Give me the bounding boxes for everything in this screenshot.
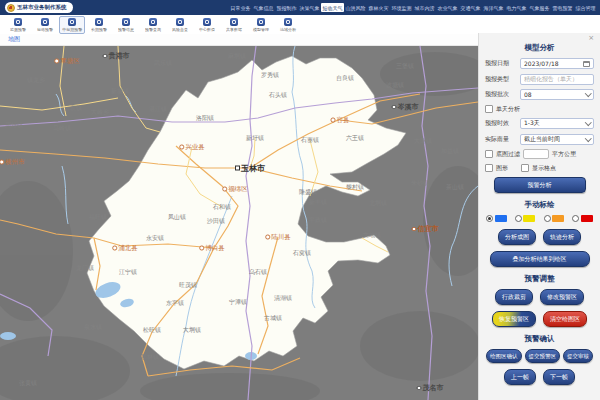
map-place-label: 马岭镇 (53, 124, 71, 133)
map-place-label: 文地镇 (363, 231, 381, 240)
draw-action-button[interactable]: 分析成图 (498, 229, 536, 245)
actual-rain-select[interactable]: 截止当前时间 (520, 134, 594, 145)
map-place-label: 兴业县 (179, 143, 205, 152)
map-place-label: 那林镇 (141, 353, 159, 362)
map-place-label: 覃塘区 (54, 57, 80, 66)
nav-item[interactable]: 短临天气 (321, 3, 344, 12)
adjust-action-button[interactable]: 清空绘图区 (543, 311, 587, 327)
map-place-label: 大垌镇 (183, 326, 201, 335)
draw-buttons: 分析成图轨迹分析 (485, 229, 594, 245)
map-place-label: 北垌镇 (369, 199, 387, 208)
single-day-label: 单天分析 (496, 105, 520, 114)
filter-area-input[interactable] (523, 149, 549, 159)
confirm-action-button[interactable]: 绘图区确认 (486, 349, 522, 363)
draw-color-radio[interactable] (572, 215, 593, 222)
close-icon[interactable]: × (485, 35, 594, 42)
place-marker-icon (222, 187, 227, 192)
nav-item[interactable]: 城市内涝 (413, 3, 436, 12)
nav-item[interactable]: 气象服务 (528, 3, 551, 12)
map-place-label: 陆川县 (265, 233, 291, 242)
color-swatch (581, 215, 593, 222)
display-options-row: 图形 显示格点 (485, 164, 594, 173)
toolbar-item[interactable]: 监测预警 (5, 16, 31, 34)
place-marker-icon (0, 160, 4, 165)
overlay-result-button[interactable]: 叠加分析结果到绘区 (490, 251, 590, 267)
grid-checkbox[interactable] (521, 164, 529, 172)
map-place-label: 朱砂镇 (411, 179, 429, 188)
forecast-batch-select[interactable]: 08 (520, 89, 594, 100)
forecast-type-input[interactable]: 精细化报告（单天） (520, 74, 594, 85)
color-swatch (495, 215, 507, 222)
adjust-action-button[interactable]: 行政裁剪 (495, 289, 533, 305)
toolbar-item[interactable]: 预警信息 (113, 16, 139, 34)
toolbar-item[interactable]: 中短期预警 (59, 16, 85, 34)
map-place-label: 沙田镇 (207, 217, 225, 226)
toolbar-item-label: 中心数值 (199, 27, 215, 31)
map-place-label: 湛江镇 (149, 105, 167, 114)
toolbar-item[interactable]: 短临预警 (32, 16, 58, 34)
nav-item[interactable]: 预报制作 (275, 3, 298, 12)
nav-item[interactable]: 环境监测 (390, 3, 413, 12)
nav-item[interactable]: 电力气象 (505, 3, 528, 12)
toolbar-item[interactable]: 预警查询 (140, 16, 166, 34)
app-logo-icon (7, 4, 15, 12)
nav-item[interactable]: 气象信息 (252, 3, 275, 12)
filter-unit-label: 平方公里 (552, 150, 576, 159)
nav-item[interactable]: 日常业务 (229, 3, 252, 12)
map-place-label: 隆盛镇 (299, 188, 317, 197)
toolbar-item[interactable]: 模型管理 (248, 16, 274, 34)
forecast-period-value: 1-3天 (524, 119, 540, 128)
toolbar-item[interactable]: 长期预警 (86, 16, 112, 34)
map-place-label: 周圩镇 (5, 121, 23, 130)
panel-title-draw: 手动标绘 (485, 200, 594, 210)
forecast-type-label: 预报类型 (485, 75, 517, 84)
frame-nav-button[interactable]: 下一帧 (543, 369, 575, 385)
nav-item[interactable]: 山洪风险 (344, 3, 367, 12)
confirm-buttons: 绘图区确认提交预警区提交审核 (485, 349, 594, 363)
nav-item[interactable]: 决策气象 (298, 3, 321, 12)
module-icon (230, 18, 238, 26)
forecast-date-value: 2023/07/18 (524, 60, 559, 67)
forecast-type-placeholder: 精细化报告（单天） (524, 75, 578, 84)
breadcrumb-label[interactable]: 地图 (8, 35, 20, 44)
draw-action-button[interactable]: 轨迹分析 (543, 229, 581, 245)
adjust-action-button[interactable]: 修改预警区 (540, 289, 584, 305)
map-place-label: 新圩镇 (246, 134, 264, 143)
adjust-action-button[interactable]: 恢复预警区 (492, 311, 536, 327)
map-place-label: 凤山镇 (168, 213, 186, 222)
frame-nav-button[interactable]: 上一帧 (504, 369, 536, 385)
toolbar-item[interactable]: 共享数据 (221, 16, 247, 34)
basemap-filter-checkbox[interactable] (485, 150, 493, 158)
confirm-action-button[interactable]: 提交审核 (563, 349, 593, 363)
graphic-checkbox[interactable] (485, 164, 493, 172)
single-day-checkbox[interactable] (485, 105, 493, 113)
nav-item[interactable]: 交通气象 (459, 3, 482, 12)
forecast-date-input[interactable]: 2023/07/18 (520, 58, 594, 69)
map-place-label: 福绵区 (222, 185, 248, 194)
warning-analyze-button[interactable]: 预警分析 (494, 177, 586, 193)
draw-color-radio[interactable] (544, 215, 565, 222)
actual-rain-value: 截止当前时间 (524, 135, 560, 144)
basemap-filter-row: 底图过滤 平方公里 (485, 149, 594, 159)
nav-item[interactable]: 雷电预警 (551, 3, 574, 12)
nav-item[interactable]: 森林火灾 (367, 3, 390, 12)
toolbar-item[interactable]: 流域分析 (275, 16, 301, 34)
forecast-batch-label: 预报批次 (485, 90, 517, 99)
map-place-label: 波塘镇 (386, 81, 404, 90)
forecast-period-select[interactable]: 1-3天 (520, 118, 594, 129)
map-place-label: 洛阳镇 (196, 114, 214, 123)
confirm-action-button[interactable]: 提交预警区 (525, 349, 561, 363)
draw-color-radio[interactable] (515, 215, 536, 222)
calendar-icon[interactable] (583, 61, 590, 67)
map-place-label: 三堡镇 (396, 62, 414, 71)
map-canvas[interactable]: 贵港市 覃塘区 武乐镇 麻垌镇 镇龙乡 新塘镇 云表镇 大岭乡 (0, 46, 478, 400)
draw-color-radio[interactable] (486, 215, 507, 222)
map-place-label: 宁潭镇 (229, 298, 247, 307)
nav-item[interactable]: 综合管理 (574, 3, 597, 12)
toolbar-item[interactable]: 中心数值 (194, 16, 220, 34)
map-place-label: 平政镇 (309, 216, 327, 225)
toolbar-item[interactable]: 风险普查 (167, 16, 193, 34)
nav-item[interactable]: 海洋气象 (482, 3, 505, 12)
nav-item[interactable]: 农业气象 (436, 3, 459, 12)
map-place-label: 泉水镇 (84, 323, 102, 332)
